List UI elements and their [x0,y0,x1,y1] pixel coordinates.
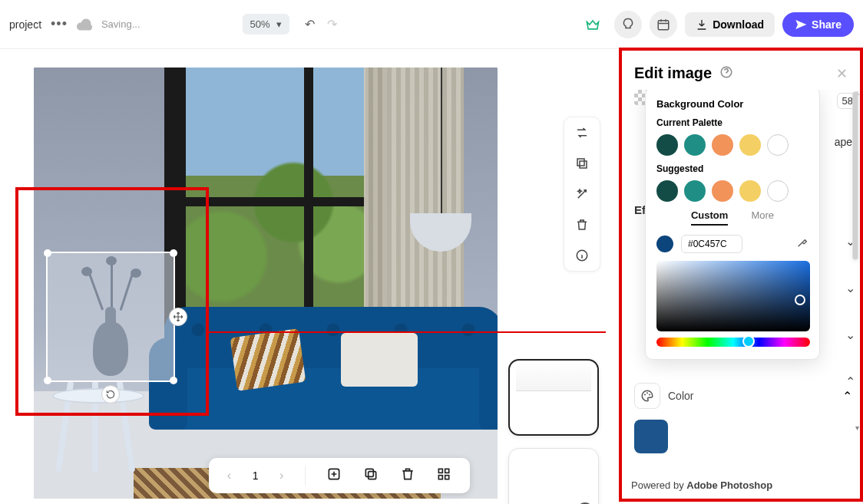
effects-heading: Ef [634,203,646,216]
current-palette-label: Current Palette [656,117,808,128]
magic-button[interactable] [574,186,590,202]
svg-rect-9 [439,476,443,479]
panel-scrollbar[interactable]: ▴ ▾ [851,90,858,467]
current-color-dot [656,236,673,252]
color-swatch[interactable] [684,134,706,156]
page-next[interactable]: › [279,469,283,483]
color-swatch[interactable] [656,180,678,202]
scroll-down[interactable]: ▾ [855,423,859,432]
download-label: Download [713,18,764,31]
popover-tabs: Custom More [656,209,808,226]
grid-view-button[interactable] [436,466,451,485]
copy-page-button[interactable] [363,466,379,485]
page-thumb-1[interactable] [508,359,599,436]
color-swatch[interactable] [767,134,789,156]
delete-page-button[interactable] [400,466,415,485]
top-bar-left: project ••• Saving... [9,16,233,32]
color-swatch[interactable] [739,134,761,156]
share-button[interactable]: Share [782,12,854,37]
resize-handle-br[interactable] [170,377,177,384]
hue-knob[interactable] [742,335,755,348]
help-icon[interactable] [719,65,733,82]
couch-graphic [164,307,498,445]
footer-brand: Adobe Photoshop [686,479,772,491]
popover-title: Background Color [656,98,808,110]
current-palette [656,134,808,156]
page-number[interactable]: 1 [253,469,259,482]
calendar-button[interactable] [650,11,677,38]
palette-icon [634,383,660,409]
panel-footer: Powered by Adobe Photoshop [631,479,772,491]
svg-point-12 [644,394,646,396]
top-bar-right: Download Share [579,11,854,38]
color-swatch[interactable] [684,180,706,202]
element-tools-rail [564,117,600,272]
info-button[interactable] [574,248,590,263]
tab-custom[interactable]: Custom [691,209,728,226]
annotation-highlight [15,187,209,416]
color-swatch[interactable] [712,180,733,202]
rotate-handle[interactable] [101,385,120,404]
svg-rect-1 [577,159,584,166]
edit-image-panel: Edit image ✕ 58 ape Ef ⌄ ⌄ ⌄ ⌃ Backgroun… [619,48,863,502]
svg-rect-6 [369,472,376,479]
annotation-connector [208,331,606,333]
premium-button[interactable] [579,11,607,38]
undo-redo-group: ↶ ↷ [305,17,337,31]
color-section-row[interactable]: Color ⌃ [634,383,852,409]
zoom-dropdown[interactable]: 50% ▾ [243,14,289,35]
panel-title: Edit image [634,64,712,82]
eyedropper-button[interactable] [796,236,808,252]
save-status: Saving... [101,18,141,30]
page-thumb-2[interactable]: �ągon [508,448,599,504]
top-bar: project ••• Saving... 50% ▾ ↶ ↷ Download… [0,0,863,49]
resize-handle-bl[interactable] [44,377,51,384]
partial-label-ape: ape [835,136,852,148]
selected-element[interactable] [46,252,175,382]
undo-button[interactable]: ↶ [305,17,315,31]
selected-color-swatch[interactable] [634,420,668,453]
page-thumbnails: �ągon ˄ ˅ ✕ [508,359,605,504]
footer-prefix: Powered by [631,479,686,491]
duplicate-button[interactable] [574,156,590,171]
zoom-value: 50% [250,18,270,30]
svg-rect-10 [445,476,449,479]
tab-more[interactable]: More [751,209,774,226]
delete-button[interactable] [574,217,590,232]
color-swatch[interactable] [712,134,733,156]
page-toolbar: ‹ 1 › [209,458,470,493]
svg-rect-8 [445,469,449,473]
hue-slider[interactable] [656,338,810,347]
more-menu[interactable]: ••• [51,16,68,32]
download-button[interactable]: Download [685,12,775,37]
color-popover: Background Color Current Palette Suggest… [645,90,820,360]
page-prev[interactable]: ‹ [227,469,231,483]
suggested-label: Suggested [656,163,808,174]
add-page-button[interactable] [326,466,342,485]
swap-button[interactable] [574,125,590,140]
redo-button[interactable]: ↷ [327,17,337,31]
color-swatch[interactable] [656,134,678,156]
scroll-thumb[interactable] [852,91,858,260]
suggested-palette [656,180,808,202]
tips-button[interactable] [614,11,642,38]
resize-handle-tr[interactable] [170,249,177,257]
project-name[interactable]: project [9,18,41,31]
color-swatch[interactable] [739,180,761,202]
svg-point-13 [646,392,648,394]
sv-picker[interactable] [656,261,810,331]
sv-cursor[interactable] [795,295,805,305]
share-label: Share [812,18,842,31]
chevron-down-icon: ▾ [276,18,282,30]
resize-handle-tl[interactable] [44,249,51,257]
svg-rect-2 [580,161,587,168]
hex-input[interactable] [681,235,742,253]
move-handle[interactable] [169,308,187,326]
cloud-sync-icon [77,18,92,31]
color-section-label: Color [668,390,693,402]
svg-rect-7 [439,469,443,473]
color-swatch[interactable] [767,180,789,202]
svg-rect-0 [658,20,669,29]
close-panel-button[interactable]: ✕ [836,65,848,82]
svg-rect-5 [365,469,373,476]
